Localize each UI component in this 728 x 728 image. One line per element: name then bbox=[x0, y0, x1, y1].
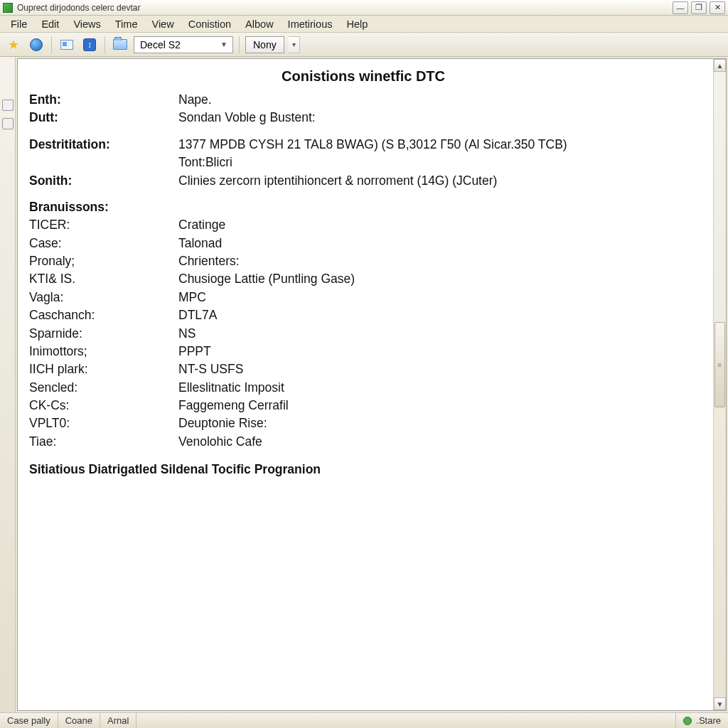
chevron-down-icon: ▼ bbox=[218, 41, 230, 48]
menu-help[interactable]: Help bbox=[340, 17, 374, 31]
menu-conistion[interactable]: Conistion bbox=[182, 17, 237, 31]
nony-dropdown[interactable]: ▾ bbox=[289, 36, 300, 53]
status-cell-3: Arnal bbox=[100, 713, 136, 728]
field-value: PPPT bbox=[178, 343, 697, 360]
branuissons-row: Vagla:MPC bbox=[29, 289, 697, 306]
swap-icon bbox=[83, 38, 96, 51]
field-value: Nape. bbox=[178, 91, 697, 109]
branuissons-row: Pronaly;Chrienters: bbox=[29, 252, 697, 270]
field-value: Tont:Blicri bbox=[178, 154, 697, 171]
branuissons-row: IICH plark:NT-S USFS bbox=[29, 360, 697, 378]
info-row: Tont:Blicri bbox=[29, 154, 697, 171]
field-value: Faggemeng Cerrafil bbox=[178, 397, 697, 414]
field-value: Chrienters: bbox=[178, 252, 697, 270]
info-row: Sonith: Clinies zercorn iptentihioncert … bbox=[29, 172, 697, 190]
title-bar: Ouprect dirjodonds celerc devtar — ❐ ✕ bbox=[0, 0, 728, 16]
globe-icon bbox=[30, 38, 43, 51]
status-start[interactable]: .Stare bbox=[676, 715, 728, 726]
menu-views[interactable]: Views bbox=[67, 17, 107, 31]
field-value: Venolohic Cafe bbox=[178, 433, 697, 451]
field-value: NS bbox=[178, 325, 697, 343]
field-label: Inimottors; bbox=[29, 343, 178, 360]
branuissons-row: Sparnide:NS bbox=[29, 325, 697, 343]
field-label: Dutt: bbox=[29, 109, 178, 127]
rail-button-2[interactable] bbox=[2, 118, 14, 129]
field-value: Clinies zercorn iptentihioncert & norrom… bbox=[178, 172, 697, 190]
field-label: VPLT0: bbox=[29, 414, 178, 432]
field-value: Deuptonie Rise: bbox=[178, 414, 697, 432]
mode-combo[interactable]: Decel S2 ▼ bbox=[134, 36, 233, 53]
branuissons-row: TICER:Cratinge bbox=[29, 216, 697, 234]
favorites-button[interactable]: ★ bbox=[4, 36, 23, 54]
maximize-button[interactable]: ❐ bbox=[691, 1, 707, 14]
branuissons-list: TICER:CratingeCase:TalonadPronaly;Chrien… bbox=[29, 216, 697, 451]
open-folder-button[interactable] bbox=[111, 36, 129, 54]
menu-edit[interactable]: Edit bbox=[35, 17, 65, 31]
field-label: Tiae: bbox=[29, 433, 178, 451]
field-label: Case: bbox=[29, 235, 178, 252]
info-row: Destrititation: 1377 MPDB CYSH 21 TAL8 B… bbox=[29, 136, 697, 154]
status-cell-1: Case pally bbox=[0, 713, 58, 728]
field-label: Sonith: bbox=[29, 172, 178, 190]
field-label: KTI& IS. bbox=[29, 270, 178, 288]
status-bar: Case pally Coane Arnal .Stare bbox=[0, 712, 728, 728]
menu-file[interactable]: File bbox=[4, 17, 33, 31]
scroll-track[interactable] bbox=[714, 72, 726, 697]
branuissons-row: KTI& IS.Chusioge Lattie (Puntling Gase) bbox=[29, 270, 697, 288]
rail-button-1[interactable] bbox=[2, 100, 14, 111]
menu-time[interactable]: Time bbox=[109, 17, 144, 31]
document-title: Conistions winetfic DTC bbox=[29, 66, 697, 87]
branuissons-row: Inimottors;PPPT bbox=[29, 343, 697, 360]
menu-bar: File Edit Views Time View Conistion Albo… bbox=[0, 16, 728, 33]
field-value: Sondan Voble g Bustent: bbox=[178, 109, 697, 127]
document-frame: Conistions winetfic DTC Enth: Nape. Dutt… bbox=[17, 58, 727, 711]
toolbar: ★ Decel S2 ▼ Nony ▾ bbox=[0, 33, 728, 57]
field-value: Talonad bbox=[178, 235, 697, 252]
scroll-thumb[interactable] bbox=[714, 322, 725, 407]
menu-view[interactable]: View bbox=[145, 17, 180, 31]
scroll-down-button[interactable]: ▼ bbox=[714, 697, 726, 710]
header-row: Dutt: Sondan Voble g Bustent: bbox=[29, 109, 697, 127]
field-label: Enth: bbox=[29, 91, 178, 109]
status-indicator-icon bbox=[683, 717, 692, 725]
close-button[interactable]: ✕ bbox=[710, 1, 725, 14]
scroll-up-button[interactable]: ▲ bbox=[714, 59, 726, 72]
field-label: Vagla: bbox=[29, 289, 178, 306]
field-label: IICH plark: bbox=[29, 360, 178, 378]
footer-heading: Sitiatious Diatrigatled Sildenal Tocific… bbox=[29, 461, 697, 478]
section-label: Branuissons: bbox=[29, 198, 178, 216]
nony-button[interactable]: Nony bbox=[245, 36, 284, 53]
panel-icon bbox=[60, 40, 73, 50]
vertical-scrollbar: ▲ ▼ bbox=[713, 59, 726, 710]
field-label: Caschanch: bbox=[29, 306, 178, 324]
field-label: Sencled: bbox=[29, 379, 178, 397]
status-start-label: .Stare bbox=[696, 715, 721, 726]
minimize-button[interactable]: — bbox=[673, 1, 688, 14]
status-spacer bbox=[136, 713, 676, 728]
globe-button[interactable] bbox=[27, 36, 46, 54]
field-label: TICER: bbox=[29, 216, 178, 234]
status-cell-2: Coane bbox=[58, 713, 100, 728]
toolbar-separator bbox=[51, 36, 52, 53]
field-value: MPC bbox=[178, 289, 697, 306]
header-row: Enth: Nape. bbox=[29, 91, 697, 109]
swap-button[interactable] bbox=[80, 36, 99, 54]
field-label bbox=[29, 154, 178, 171]
star-icon: ★ bbox=[8, 37, 19, 53]
field-label: CK-Cs: bbox=[29, 397, 178, 414]
panel-button[interactable] bbox=[58, 36, 76, 54]
chevron-down-icon: ▾ bbox=[292, 41, 296, 48]
section-header-row: Branuissons: bbox=[29, 198, 697, 216]
work-area: Conistions winetfic DTC Enth: Nape. Dutt… bbox=[0, 57, 728, 712]
field-label: Sparnide: bbox=[29, 325, 178, 343]
toolbar-separator bbox=[105, 36, 105, 53]
branuissons-row: CK-Cs:Faggemeng Cerrafil bbox=[29, 397, 697, 414]
field-value: DTL7A bbox=[178, 306, 697, 324]
menu-albow[interactable]: Albow bbox=[239, 17, 280, 31]
branuissons-row: VPLT0:Deuptonie Rise: bbox=[29, 414, 697, 432]
menu-imetirious[interactable]: Imetirious bbox=[282, 17, 339, 31]
field-label: Pronaly; bbox=[29, 252, 178, 270]
folder-icon bbox=[113, 39, 127, 50]
field-value: Cratinge bbox=[178, 216, 697, 234]
mode-combo-value: Decel S2 bbox=[140, 39, 181, 50]
